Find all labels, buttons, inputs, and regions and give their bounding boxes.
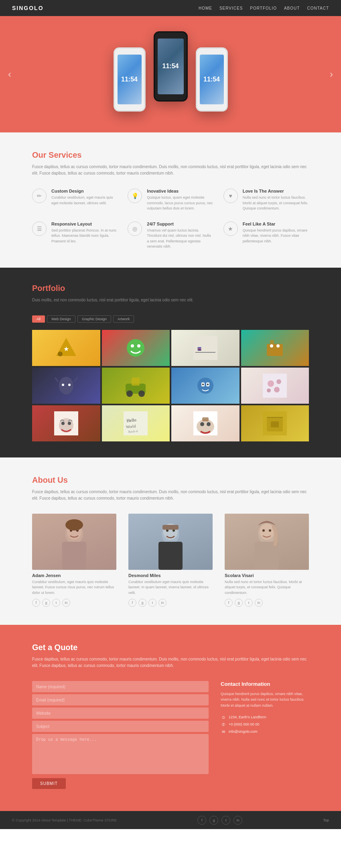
team-photo-img-1 (32, 514, 116, 570)
social-twitter-2[interactable]: t (148, 599, 156, 607)
portfolio-item-10[interactable]: Hello World Rock-it (102, 405, 170, 441)
svg-point-5 (137, 344, 140, 348)
quote-title: Get a Quote (32, 643, 309, 652)
svg-rect-62 (255, 542, 279, 570)
support-content: 24/7 Support Vivamus vel quam luctus lac… (147, 222, 213, 250)
svg-rect-21 (132, 378, 140, 386)
social-twitter-1[interactable]: t (52, 599, 60, 607)
portfolio-thumb-2 (102, 330, 170, 366)
svg-text:World: World (126, 424, 136, 429)
social-linkedin-1[interactable]: in (62, 599, 70, 607)
portfolio-item-11[interactable] (171, 405, 240, 441)
portfolio-item-6[interactable] (102, 368, 170, 404)
team-name-1: Adam Jensen (32, 573, 116, 578)
svg-point-54 (65, 519, 83, 531)
footer-twitter-icon[interactable]: t (221, 816, 230, 825)
team-member-3: Scolara Visari Nulla sed nunc et tortor … (225, 514, 309, 607)
portfolio-item-3[interactable]: 🌆 (171, 330, 240, 366)
about-description: Fusce dapibus, tellus ac cursus commodo,… (32, 489, 309, 502)
social-facebook-1[interactable]: f (32, 599, 40, 607)
portfolio-thumb-6 (102, 368, 170, 404)
svg-point-28 (268, 380, 274, 387)
responsive-icon: ☰ (32, 222, 47, 236)
social-facebook-2[interactable]: f (128, 599, 136, 607)
contact-phone-text: +0 (000) 000 00 00 (229, 722, 259, 726)
svg-point-41 (197, 419, 214, 434)
quote-description: Fusce dapibus, tellus ac cursus commodo,… (32, 656, 309, 669)
phone-2: 11:54 (154, 31, 188, 102)
social-icons-1: f g t in (32, 599, 116, 607)
social-google-3[interactable]: g (235, 599, 243, 607)
contact-info-title: Contact Information (221, 681, 309, 687)
nav-contact[interactable]: CONTACT (307, 6, 329, 10)
social-linkedin-3[interactable]: in (255, 599, 263, 607)
portfolio-item-5[interactable] (32, 368, 100, 404)
portfolio-item-2[interactable] (102, 330, 170, 366)
filter-graphic-design[interactable]: Graphic Design (77, 315, 111, 323)
navbar: SINGOLO HOME SERVICES PORTFOLIO ABOUT CO… (0, 0, 341, 16)
portfolio-grid: ★ 🌆 (32, 330, 309, 441)
contact-email-text: info@singolo.com (229, 730, 258, 734)
nav-portfolio[interactable]: PORTFOLIO (250, 6, 277, 10)
services-section: Our Services Fusce dapibus, tellus ac cu… (0, 132, 341, 268)
svg-point-1 (58, 352, 63, 356)
nav-about[interactable]: ABOUT (284, 6, 300, 10)
portfolio-thumb-11 (171, 405, 240, 441)
svg-point-20 (138, 390, 145, 397)
form-email-input[interactable] (32, 694, 209, 705)
form-website-input[interactable] (32, 707, 209, 719)
portfolio-item-8[interactable] (241, 368, 309, 404)
phone-2-time: 11:54 (162, 63, 179, 70)
hero-arrow-left[interactable]: ‹ (8, 69, 11, 80)
filter-all[interactable]: All (32, 315, 45, 323)
social-twitter-3[interactable]: t (245, 599, 253, 607)
svg-point-65 (269, 529, 271, 532)
portfolio-thumb-10: Hello World Rock-it (102, 405, 170, 441)
social-linkedin-2[interactable]: in (158, 599, 166, 607)
hero-arrow-right[interactable]: › (330, 69, 333, 80)
filter-web-design[interactable]: Web Design (47, 315, 75, 323)
footer-top-link[interactable]: Top (323, 818, 329, 822)
form-subject-input[interactable] (32, 721, 209, 732)
portfolio-item-1[interactable]: ★ (32, 330, 100, 366)
footer-linkedin-icon[interactable]: in (233, 816, 242, 825)
hero-section: ‹ 11:54 11:54 11:54 › (0, 16, 341, 132)
svg-text:★: ★ (63, 346, 69, 352)
custom-design-desc: Curabitur vestibulum, eget mauris quis e… (51, 195, 118, 206)
team-name-2: Desmond Miles (128, 573, 213, 578)
footer-facebook-icon[interactable]: f (197, 816, 206, 825)
social-google-1[interactable]: g (42, 599, 50, 607)
form-submit-button[interactable]: SUBMIT (32, 778, 66, 789)
service-item-love: ♥ Love Is The Answer Nulla sed nunc et t… (223, 189, 309, 211)
portfolio-item-9[interactable] (32, 405, 100, 441)
portfolio-title: Portfolio (32, 284, 309, 293)
email-icon: ✉ (221, 729, 226, 734)
footer-google-icon[interactable]: g (209, 816, 218, 825)
support-title: 24/7 Support (147, 222, 213, 226)
responsive-title: Responsive Layout (51, 222, 118, 226)
svg-point-19 (126, 390, 133, 397)
about-section: About Us Fusce dapibus, tellus ac cursus… (0, 457, 341, 625)
svg-point-34 (61, 422, 65, 425)
nav-home[interactable]: HOME (199, 6, 212, 10)
portfolio-item-7[interactable] (171, 368, 240, 404)
portfolio-filters: All Web Design Graphic Design Artwork (32, 315, 309, 323)
location-icon: ⊙ (221, 714, 226, 720)
portfolio-thumb-9 (32, 405, 100, 441)
social-facebook-3[interactable]: f (225, 599, 233, 607)
services-description: Fusce dapibus, tellus ac cursus commodo,… (32, 164, 309, 177)
form-name-input[interactable] (32, 681, 209, 692)
service-item-responsive: ☰ Responsive Layout Sed porttitor placer… (32, 222, 118, 250)
nav-services[interactable]: SERVICES (219, 6, 243, 10)
team-grid: Adam Jensen Curabitur vestibulum, eget m… (32, 514, 309, 607)
portfolio-item-4[interactable] (241, 330, 309, 366)
form-message-input[interactable] (32, 734, 209, 774)
custom-design-content: Custom Design Curabitur vestibulum, eget… (51, 189, 118, 206)
phone-3-time: 11:54 (203, 76, 220, 83)
portfolio-item-12[interactable] (241, 405, 309, 441)
responsive-content: Responsive Layout Sed porttitor placerat… (51, 222, 118, 244)
social-google-2[interactable]: g (138, 599, 146, 607)
filter-artwork[interactable]: Artwork (113, 315, 134, 323)
services-title: Our Services (32, 150, 309, 160)
phone-1-screen: 11:54 (118, 55, 142, 104)
